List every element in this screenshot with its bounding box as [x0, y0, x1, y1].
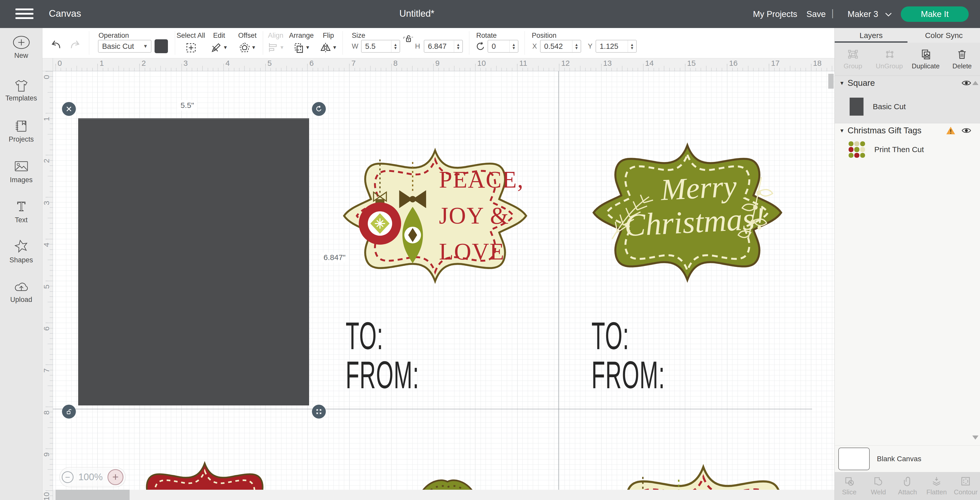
layer-thumbnail-gift-tags	[849, 141, 865, 158]
trash-icon	[956, 48, 968, 60]
height-stepper[interactable]: ▲▼	[454, 40, 462, 52]
ungroup-button[interactable]: UnGroup	[871, 43, 908, 76]
offset-pentagon-icon: ▼	[239, 41, 256, 54]
document-title[interactable]: Untitled*	[399, 8, 434, 19]
layer-print-then-cut[interactable]: Print Then Cut	[835, 138, 980, 161]
lock-handle[interactable]	[62, 405, 76, 419]
sidebar-label-templates: Templates	[0, 94, 43, 102]
make-it-button[interactable]: Make It	[901, 6, 969, 22]
height-input[interactable]: 6.847 ▲▼	[424, 40, 463, 53]
rotate-input[interactable]: 0 ▲▼	[488, 40, 519, 53]
arrange-layers-icon: ▼	[293, 41, 310, 54]
vertical-scrollbar-thumb[interactable]	[828, 74, 834, 89]
layer-group-header-square[interactable]: ▾ Square	[835, 76, 980, 90]
delete-button[interactable]: Delete	[944, 43, 980, 76]
panel-scroll-down[interactable]	[972, 435, 978, 440]
text-from-2[interactable]: FROM:	[592, 356, 665, 394]
redo-icon[interactable]	[69, 39, 81, 51]
width-axis-label: W	[352, 42, 358, 50]
group-button[interactable]: Group	[835, 43, 871, 76]
blank-canvas-label: Blank Canvas	[877, 455, 921, 463]
h-ruler-number: 18	[813, 59, 822, 68]
width-input[interactable]: 5.5 ▲▼	[361, 40, 400, 53]
sidebar-label-shapes: Shapes	[0, 256, 43, 264]
rotate-stepper[interactable]: ▲▼	[509, 40, 518, 52]
duplicate-label: Duplicate	[912, 62, 940, 70]
save-link[interactable]: Save	[807, 9, 826, 19]
text-to-2[interactable]: TO:	[592, 317, 629, 355]
attach-button[interactable]: Attach	[893, 472, 922, 500]
weld-label: Weld	[871, 488, 886, 496]
panel-scroll-up[interactable]	[972, 81, 978, 85]
delete-handle[interactable]	[62, 102, 76, 116]
horizontal-guide-line	[53, 409, 812, 409]
contour-button[interactable]: Contour	[951, 472, 980, 500]
layer-basic-cut[interactable]: Basic Cut	[835, 90, 980, 123]
sidebar-item-templates[interactable]	[0, 78, 43, 94]
size-lock-icon[interactable]	[403, 33, 414, 44]
menu-hamburger-icon[interactable]	[16, 8, 33, 20]
blank-canvas-thumbnail[interactable]	[838, 448, 870, 470]
v-ruler-number: 1	[43, 113, 50, 125]
duplicate-button[interactable]: Duplicate	[907, 43, 944, 76]
zoom-in-button[interactable]: +	[108, 469, 123, 485]
position-y-stepper[interactable]: ▲▼	[628, 40, 636, 52]
zoom-out-button[interactable]: −	[62, 471, 73, 483]
machine-selector[interactable]: Maker 3	[848, 9, 892, 19]
sidebar-item-upload[interactable]	[0, 279, 43, 294]
sidebar-item-projects[interactable]	[0, 119, 43, 134]
flip-mirror-icon: ▼	[320, 41, 337, 54]
new-plus-icon	[12, 35, 30, 49]
position-y-input[interactable]: 1.125 ▲▼	[595, 40, 637, 53]
h-ruler-number: 2	[142, 59, 146, 68]
layer-group-header-gift-tags[interactable]: ▾ Christmas Gift Tags	[835, 123, 980, 138]
expand-arrows-icon	[315, 408, 323, 415]
h-ruler-number: 12	[561, 59, 570, 68]
undo-icon[interactable]	[50, 39, 62, 51]
h-ruler-number: 5	[267, 59, 272, 68]
weld-icon	[873, 476, 884, 487]
h-ruler-number: 8	[393, 59, 398, 68]
horizontal-scrollbar-thumb[interactable]	[56, 490, 130, 500]
svg-text:T: T	[17, 199, 25, 214]
tab-color-sync[interactable]: Color Sync	[907, 28, 980, 43]
warning-icon[interactable]	[946, 126, 956, 135]
sidebar-item-shapes[interactable]	[0, 238, 43, 254]
position-x-stepper[interactable]: ▲▼	[572, 40, 581, 52]
v-ruler-number: 2	[43, 155, 50, 167]
rotate-icon[interactable]	[475, 41, 485, 52]
sidebar-item-new[interactable]	[0, 35, 43, 49]
sidebar-item-images[interactable]	[0, 159, 43, 174]
horizontal-scrollbar-track[interactable]	[53, 490, 834, 500]
edit-pencil-icon: ▼	[210, 41, 228, 54]
gift-tag-peace-joy-love[interactable]: PEACE, JOY & LOVE	[339, 145, 531, 286]
resize-handle[interactable]	[312, 405, 326, 419]
flatten-button[interactable]: Flatten	[922, 472, 951, 500]
operation-value: Basic Cut	[99, 42, 142, 51]
gift-tag-merry-christmas[interactable]: Merry Christmas!	[573, 140, 802, 285]
panel-tabs: Layers Color Sync	[835, 28, 980, 43]
visibility-eye-icon[interactable]	[961, 127, 972, 134]
text-to-1[interactable]: TO:	[345, 317, 383, 355]
h-ruler-number: 17	[771, 59, 780, 68]
position-x-input[interactable]: 0.542 ▲▼	[540, 40, 581, 53]
width-stepper[interactable]: ▲▼	[391, 40, 399, 52]
sidebar-item-text[interactable]: T	[0, 198, 43, 214]
flip-button[interactable]: Flip ▼	[312, 28, 345, 58]
layer-actions-row: Group UnGroup Duplicate Delete	[835, 43, 980, 76]
rotate-handle[interactable]	[312, 102, 326, 116]
slice-button[interactable]: Slice	[835, 472, 864, 500]
color-swatch[interactable]	[154, 39, 168, 53]
visibility-eye-icon[interactable]	[961, 79, 972, 87]
sidebar-label-text: Text	[0, 216, 43, 224]
operation-dropdown[interactable]: Basic Cut ▼	[98, 40, 151, 53]
weld-button[interactable]: Weld	[864, 472, 893, 500]
my-projects-link[interactable]: My Projects	[753, 9, 797, 19]
h-ruler-number: 10	[477, 59, 486, 68]
tab-layers[interactable]: Layers	[835, 28, 907, 43]
layers-panel: Layers Color Sync Group UnGroup Duplicat…	[834, 28, 980, 500]
h-ruler-number: 1	[100, 59, 104, 68]
duplicate-icon	[920, 48, 932, 60]
selected-square-shape[interactable]	[78, 118, 309, 405]
text-from-1[interactable]: FROM:	[345, 356, 419, 394]
